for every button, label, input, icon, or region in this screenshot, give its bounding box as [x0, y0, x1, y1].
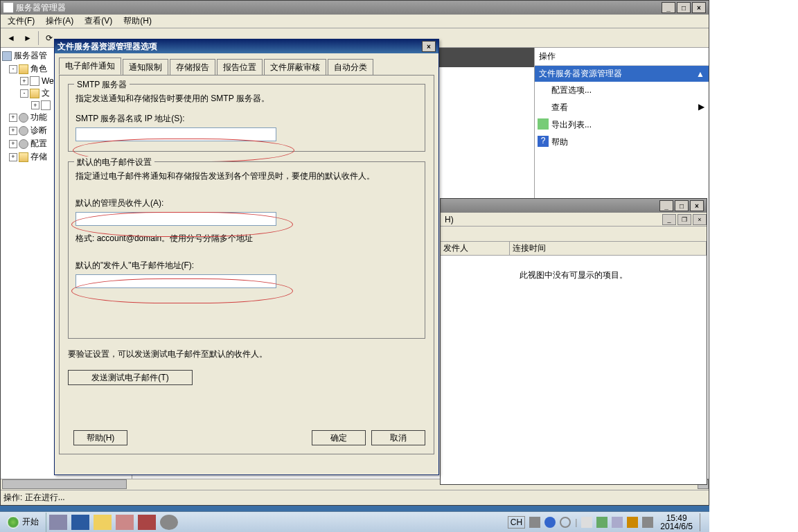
test-email-button[interactable]: 发送测试电子邮件(T) — [68, 370, 193, 385]
clock-date: 2014/6/5 — [660, 522, 693, 531]
status-bar: 操作: 正在进行... — [1, 490, 709, 505]
help-icon: ? — [538, 136, 549, 147]
tray-help-icon[interactable] — [544, 517, 556, 528]
empty-message: 此视图中没有可显示的项目。 — [441, 256, 707, 295]
dialog-close-button[interactable]: × — [422, 41, 436, 52]
action-config[interactable]: 配置选项... — [535, 82, 709, 99]
dialog-tabs: 电子邮件通知 通知限制 存储报告 报告位置 文件屏蔽审核 自动分类 — [55, 53, 438, 75]
menu-action[interactable]: 操作(A) — [42, 14, 78, 28]
sub-min-button[interactable]: _ — [659, 200, 673, 211]
tray-circle-icon[interactable] — [560, 517, 571, 528]
export-icon — [538, 118, 549, 130]
sub-close-button[interactable]: × — [690, 200, 704, 211]
sub-max-button[interactable]: □ — [675, 200, 689, 211]
action-view[interactable]: 查看▶ — [535, 99, 709, 116]
smtp-fieldset: SMTP 服务器 指定发送通知和存储报告时要使用的 SMTP 服务器。 SMTP… — [68, 84, 425, 152]
sub-win-min[interactable]: _ — [662, 214, 676, 225]
tray-network-icon[interactable] — [612, 517, 623, 528]
admin-input[interactable] — [76, 212, 276, 226]
back-button[interactable]: ◄ — [3, 30, 19, 46]
defaults-legend: 默认的电子邮件设置 — [74, 157, 154, 168]
collapse-icon[interactable]: ▲ — [696, 69, 704, 79]
options-dialog: 文件服务器资源管理器选项 × 电子邮件通知 通知限制 存储报告 报告位置 文件屏… — [54, 39, 439, 475]
admin-label: 默认的管理员收件人(A): — [76, 197, 418, 209]
windows-logo-icon — [7, 516, 19, 529]
sub-titlebar[interactable]: _ □ × — [441, 199, 707, 213]
smtp-input[interactable] — [76, 127, 276, 141]
help-button[interactable]: 帮助(H) — [73, 430, 127, 445]
sub-win-close[interactable]: × — [693, 214, 707, 225]
from-input[interactable] — [76, 274, 276, 288]
tab-notify-limit[interactable]: 通知限制 — [123, 59, 168, 76]
minimize-button[interactable]: _ — [662, 2, 675, 13]
tray-update-icon[interactable] — [627, 517, 638, 528]
tab-file-screen[interactable]: 文件屏蔽审核 — [264, 59, 326, 76]
tab-report-location[interactable]: 报告位置 — [217, 59, 263, 76]
smtp-label: SMTP 服务器名或 IP 地址(S): — [76, 113, 418, 125]
sub-menubar: H) _ ❐ × — [441, 213, 707, 227]
sub-menu-help[interactable]: H) — [441, 213, 458, 226]
menu-help[interactable]: 帮助(H) — [119, 14, 156, 28]
tray-volume-icon[interactable] — [642, 517, 653, 528]
arrow-right-icon: ▶ — [698, 102, 704, 114]
desktop-background-right — [709, 0, 798, 532]
tab-email[interactable]: 电子邮件通知 — [59, 57, 121, 75]
ok-button[interactable]: 确定 — [312, 430, 366, 445]
tab-auto-classify[interactable]: 自动分类 — [328, 59, 373, 76]
ql-powershell-icon[interactable] — [71, 515, 89, 530]
quick-launch — [46, 515, 181, 530]
ql-explorer-icon[interactable] — [94, 515, 112, 530]
sub-win-restore[interactable]: ❐ — [677, 214, 691, 225]
maximize-button[interactable]: □ — [677, 2, 691, 13]
dialog-titlebar[interactable]: 文件服务器资源管理器选项 × — [55, 39, 438, 53]
dialog-title: 文件服务器资源管理器选项 — [57, 41, 420, 53]
start-button[interactable]: 开始 — [0, 513, 46, 532]
clock[interactable]: 15:49 2014/6/5 — [657, 514, 695, 531]
dialog-body: SMTP 服务器 指定发送通知和存储报告时要使用的 SMTP 服务器。 SMTP… — [59, 75, 434, 454]
ime-indicator[interactable]: CH — [508, 516, 525, 529]
status-text: 操作: 正在进行... — [3, 492, 65, 504]
forward-button[interactable]: ► — [20, 30, 35, 46]
system-tray: CH | 15:49 2014/6/5 — [504, 513, 709, 531]
menu-view[interactable]: 查看(V) — [80, 14, 116, 28]
col-sender[interactable]: 发件人 — [441, 242, 510, 255]
col-time[interactable]: 连接时间 — [510, 242, 707, 255]
taskbar: 开始 CH | 15:49 2014/6/5 — [0, 511, 709, 532]
verify-text: 要验证设置，可以发送测试电子邮件至默认的收件人。 — [68, 348, 425, 360]
app-icon — [3, 3, 13, 12]
ql-settings-icon[interactable] — [160, 515, 178, 530]
list-columns: 发件人 连接时间 — [441, 242, 707, 256]
menu-file[interactable]: 文件(F) — [3, 14, 39, 28]
smtp-legend: SMTP 服务器 — [74, 79, 130, 91]
defaults-desc: 指定通过电子邮件将通知和存储报告发送到各个管理员时，要使用的默认收件人。 — [76, 170, 418, 182]
from-label: 默认的"发件人"电子邮件地址(F): — [76, 260, 418, 272]
action-help[interactable]: ?帮助 — [535, 134, 709, 151]
tray-flag-icon[interactable] — [581, 517, 592, 528]
close-button[interactable]: × — [692, 2, 706, 13]
main-menubar: 文件(F) 操作(A) 查看(V) 帮助(H) — [1, 15, 709, 28]
show-desktop-button[interactable] — [700, 513, 705, 531]
action-export[interactable]: 导出列表... — [535, 116, 709, 134]
tab-storage-report[interactable]: 存储报告 — [170, 59, 215, 76]
tray-shield-icon[interactable] — [596, 517, 608, 528]
scroll-thumb[interactable] — [2, 479, 127, 489]
tray-keyboard-icon[interactable] — [529, 517, 540, 528]
format-hint: 格式: account@domain。使用分号分隔多个地址 — [76, 233, 418, 245]
dialog-footer: 帮助(H) 确定 取消 — [68, 430, 425, 445]
clock-time: 15:49 — [660, 514, 693, 522]
main-titlebar[interactable]: 服务器管理器 _ □ × — [1, 1, 709, 15]
ql-server-icon[interactable] — [49, 515, 67, 530]
secondary-window: _ □ × H) _ ❐ × 发件人 连接时间 此视图中没有可显示的项目。 — [440, 198, 707, 485]
actions-header: 操作 — [535, 48, 709, 66]
smtp-desc: 指定发送通知和存储报告时要使用的 SMTP 服务器。 — [76, 93, 418, 105]
ql-app2-icon[interactable] — [138, 515, 156, 530]
cancel-button[interactable]: 取消 — [371, 430, 425, 445]
start-label: 开始 — [22, 516, 39, 528]
ql-app1-icon[interactable] — [116, 515, 134, 530]
defaults-fieldset: 默认的电子邮件设置 指定通过电子邮件将通知和存储报告发送到各个管理员时，要使用的… — [68, 161, 425, 339]
window-title: 服务器管理器 — [16, 2, 660, 14]
actions-section-title[interactable]: 文件服务器资源管理器▲ — [535, 66, 709, 82]
